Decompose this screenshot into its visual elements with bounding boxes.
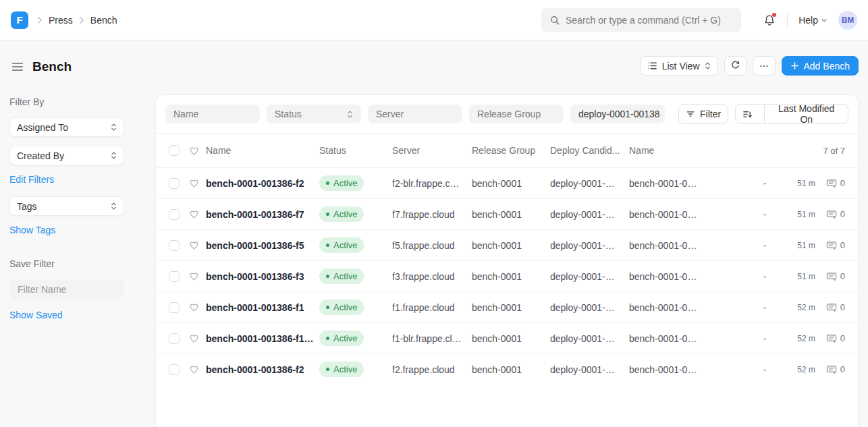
- name2-cell: bench-0001-0…: [629, 209, 748, 220]
- save-filter-label: Save Filter: [9, 258, 124, 269]
- bench-name[interactable]: bench-0001-001386-f5: [206, 240, 319, 251]
- status-dot-icon: [326, 275, 329, 278]
- filter-name-input[interactable]: [9, 279, 124, 299]
- status-dot-icon: [326, 212, 329, 216]
- server-filter-input[interactable]: [368, 105, 462, 123]
- favorite-icon[interactable]: [189, 364, 206, 374]
- help-menu[interactable]: Help: [798, 15, 828, 26]
- comment-icon: [826, 178, 837, 189]
- status-label: Active: [333, 302, 357, 312]
- last-modified-cell: 51 m: [782, 272, 815, 281]
- chevron-right-icon: [35, 16, 45, 25]
- row-checkbox[interactable]: [169, 364, 180, 375]
- header-deploy-candidate[interactable]: Deploy Candid...: [550, 145, 629, 156]
- search-icon: [549, 15, 560, 26]
- status-label: Active: [333, 333, 357, 343]
- bench-name[interactable]: bench-0001-001386-f1…: [206, 333, 319, 344]
- table-row[interactable]: bench-0001-001386-f5 Active f5.frappe.cl…: [156, 229, 858, 260]
- status-badge: Active: [319, 362, 364, 377]
- comments-cell: 0: [815, 240, 845, 251]
- release-group-filter-input[interactable]: [469, 105, 564, 123]
- frappe-logo-icon[interactable]: F: [11, 11, 28, 29]
- comments-cell: 0: [815, 271, 845, 282]
- header-server[interactable]: Server: [392, 145, 472, 156]
- header-name-2[interactable]: Name: [629, 145, 748, 156]
- created-by-select[interactable]: Created By: [9, 146, 124, 165]
- bench-name[interactable]: bench-0001-001386-f3: [206, 271, 319, 282]
- refresh-button[interactable]: [724, 56, 747, 76]
- filter-button[interactable]: Filter: [678, 104, 728, 124]
- empty-value-cell: -: [748, 302, 782, 313]
- header-release-group[interactable]: Release Group: [472, 145, 550, 156]
- last-modified-cell: 51 m: [782, 210, 815, 219]
- last-modified-cell: 52 m: [782, 334, 815, 343]
- release-group-cell: bench-0001: [472, 302, 550, 313]
- deploy-candidate-filter-value[interactable]: deploy-0001-00138: [570, 105, 665, 123]
- show-tags-link[interactable]: Show Tags: [9, 225, 55, 235]
- assigned-to-select[interactable]: Assigned To: [9, 117, 124, 137]
- bench-name[interactable]: bench-0001-001386-f2: [206, 178, 319, 189]
- view-select-label: List View: [662, 61, 700, 72]
- deploy-candidate-cell: deploy-0001-…: [550, 209, 629, 220]
- breadcrumb: Press Bench: [35, 15, 117, 26]
- row-checkbox[interactable]: [169, 178, 180, 189]
- status-label: Active: [333, 240, 357, 250]
- header-status[interactable]: Status: [319, 145, 392, 156]
- last-modified-cell: 52 m: [782, 365, 815, 374]
- table-row[interactable]: bench-0001-001386-f2 Active f2-blr.frapp…: [156, 167, 858, 198]
- name-filter-input[interactable]: [165, 105, 260, 123]
- table-row[interactable]: bench-0001-001386-f1… Active f1-blr.frap…: [156, 322, 858, 353]
- table-row[interactable]: bench-0001-001386-f3 Active f3.frappe.cl…: [156, 260, 858, 291]
- row-checkbox[interactable]: [169, 271, 180, 282]
- status-dot-icon: [326, 337, 329, 340]
- breadcrumb-press[interactable]: Press: [49, 15, 73, 26]
- sidebar-toggle-icon[interactable]: [11, 61, 24, 72]
- add-bench-button[interactable]: Add Bench: [782, 56, 859, 76]
- row-checkbox[interactable]: [169, 302, 180, 313]
- favorite-icon[interactable]: [189, 209, 206, 219]
- search-input[interactable]: [566, 15, 733, 26]
- select-all-checkbox[interactable]: [169, 145, 180, 156]
- user-avatar[interactable]: BM: [838, 11, 857, 30]
- list-view-icon: [647, 61, 657, 71]
- empty-value-cell: -: [748, 178, 782, 189]
- comment-count: 0: [840, 178, 845, 188]
- favorite-icon[interactable]: [189, 302, 206, 312]
- created-by-label: Created By: [17, 150, 64, 161]
- empty-value-cell: -: [748, 333, 782, 344]
- bench-name[interactable]: bench-0001-001386-f7: [206, 209, 319, 220]
- status-label: Active: [333, 209, 357, 219]
- more-options-button[interactable]: [753, 56, 776, 76]
- view-select-button[interactable]: List View: [640, 56, 718, 76]
- row-checkbox[interactable]: [169, 333, 180, 344]
- command-search[interactable]: [541, 8, 741, 32]
- status-filter-select[interactable]: Status: [267, 105, 361, 123]
- row-count: 7 of 7: [748, 146, 845, 156]
- release-group-cell: bench-0001: [472, 209, 550, 220]
- sort-button[interactable]: Last Modified On: [735, 104, 848, 124]
- favorite-icon[interactable]: [189, 271, 206, 281]
- breadcrumb-bench[interactable]: Bench: [90, 15, 117, 26]
- tags-select[interactable]: Tags: [9, 196, 124, 216]
- favorite-icon[interactable]: [189, 240, 206, 250]
- table-row[interactable]: bench-0001-001386-f7 Active f7.frappe.cl…: [156, 198, 858, 229]
- status-label: Active: [333, 271, 357, 281]
- bench-name[interactable]: bench-0001-001386-f2: [206, 364, 319, 375]
- filter-sidebar: Filter By Assigned To Created By Edit Fi…: [9, 96, 124, 332]
- favorite-icon[interactable]: [189, 178, 206, 188]
- comment-icon: [826, 333, 837, 344]
- show-saved-link[interactable]: Show Saved: [9, 310, 63, 320]
- table-row[interactable]: bench-0001-001386-f1 Active f1.frappe.cl…: [156, 291, 858, 322]
- header-name[interactable]: Name: [206, 145, 319, 156]
- page-header: Bench: [11, 57, 72, 77]
- row-checkbox[interactable]: [169, 240, 180, 251]
- bench-name[interactable]: bench-0001-001386-f1: [206, 302, 319, 313]
- status-badge: Active: [319, 300, 364, 315]
- favorite-icon[interactable]: [189, 333, 206, 343]
- notifications-button[interactable]: [763, 13, 776, 27]
- table-row[interactable]: bench-0001-001386-f2 Active f2.frappe.cl…: [156, 353, 858, 385]
- edit-filters-link[interactable]: Edit Filters: [9, 174, 54, 185]
- sort-icon: [736, 105, 759, 123]
- row-checkbox[interactable]: [169, 209, 180, 220]
- comment-icon: [826, 209, 837, 220]
